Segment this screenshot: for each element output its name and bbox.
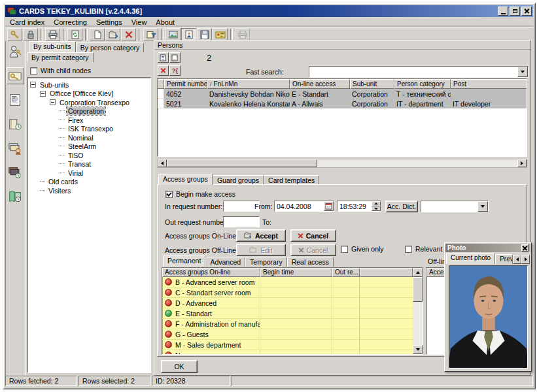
person-row[interactable]: 4052Danishevsky Bohdan NikolaevichE - St… <box>158 89 527 99</box>
access-group-row[interactable]: F - Administration of manufa... <box>162 319 413 329</box>
column-header-permit-number[interactable]: Permit number <box>164 79 207 89</box>
relevant-only-checkbox[interactable] <box>405 246 412 253</box>
scrollbar-thumb[interactable] <box>413 277 423 302</box>
scroll-down-button[interactable] <box>413 345 423 354</box>
column-header-post[interactable]: Post <box>451 79 527 89</box>
collapse-icon[interactable] <box>50 99 56 105</box>
access-group-row[interactable]: D - Advanced <box>162 298 413 308</box>
begin-make-access-option[interactable]: Begin make access <box>165 190 235 198</box>
column-header-out-re[interactable]: Out re... <box>332 268 360 277</box>
notebook-clock-button[interactable] <box>7 116 24 133</box>
tab-card-templates[interactable]: Card templates <box>264 175 319 185</box>
tree-node-isk-transexpo[interactable]: ISK Transexpo <box>27 125 150 134</box>
id-badge-button[interactable] <box>7 91 24 108</box>
with-child-nodes-checkbox[interactable] <box>30 67 37 74</box>
tab-guard-groups[interactable]: Guard groups <box>213 175 264 185</box>
tab-advanced[interactable]: Advanced <box>205 257 245 267</box>
scroll-up-button[interactable] <box>413 268 423 277</box>
column-header-access-groups-on-line[interactable]: Access groups On-line <box>162 268 260 277</box>
access-group-row[interactable]: G - Guests <box>162 329 413 340</box>
column-header-person-category[interactable]: Person category <box>394 79 451 89</box>
person-row[interactable]: 5021Kovalenko Helena Konstantinov...A - … <box>158 99 527 108</box>
time-input[interactable] <box>338 201 372 211</box>
filter-folder-button[interactable] <box>143 28 158 41</box>
new-card-button[interactable] <box>90 28 105 41</box>
clear-filter-button[interactable] <box>158 65 169 76</box>
tree-node-corporation[interactable]: Corporation <box>27 107 150 116</box>
tab-temporary[interactable]: Temporary <box>245 257 287 267</box>
cancel-online-button[interactable]: Cancel <box>290 229 336 242</box>
in-request-input[interactable] <box>224 201 259 211</box>
from-date-input[interactable] <box>275 201 324 211</box>
scrollbar-thumb[interactable] <box>167 159 317 167</box>
date-picker-button[interactable] <box>324 201 334 211</box>
tree-node-steelarm[interactable]: SteelArm <box>27 142 150 152</box>
access-group-row[interactable]: C - Standart server room <box>162 287 413 298</box>
menu-view[interactable]: View <box>127 18 152 27</box>
tree-node-tiso[interactable]: TiSO <box>27 151 150 160</box>
tree-node-virial[interactable]: Virial <box>27 169 150 178</box>
collapse-icon[interactable] <box>30 82 36 88</box>
mark-rows-button[interactable] <box>158 52 169 63</box>
access-group-row[interactable]: M - Sales department <box>162 340 413 350</box>
access-group-row[interactable]: B - Advanced server room <box>162 277 413 287</box>
menu-card-index[interactable]: Card index <box>5 18 49 27</box>
unmark-rows-button[interactable] <box>169 52 181 63</box>
ok-button[interactable]: OK <box>161 360 198 373</box>
save-card-button[interactable] <box>197 28 212 41</box>
tab-by-permit-category[interactable]: By permit category <box>27 52 94 62</box>
book-clock-button[interactable] <box>7 188 24 205</box>
fast-search-input[interactable] <box>309 67 517 77</box>
access-groups-scrollbar[interactable] <box>413 268 423 354</box>
tree-node-officce-officce-kiev[interactable]: Officce [Officce Kiev] <box>27 90 150 99</box>
tab-access-groups[interactable]: Access groups <box>158 174 213 185</box>
scroll-left-button[interactable] <box>158 159 167 167</box>
lock-button[interactable] <box>23 28 38 41</box>
fast-search-dropdown-button[interactable] <box>517 67 528 77</box>
acc-dict-button[interactable]: Acc. Dict. <box>385 201 418 212</box>
menu-about[interactable]: About <box>151 18 179 27</box>
edit-button[interactable]: Edit <box>236 244 286 256</box>
given-only-checkbox[interactable] <box>341 246 348 253</box>
acc-dict-combo-input[interactable] <box>421 201 477 212</box>
with-child-nodes-option[interactable]: With child nodes <box>30 67 91 74</box>
accept-button[interactable]: Accept <box>236 229 286 242</box>
filter-builder-button[interactable]: ?{ <box>169 65 181 76</box>
scrollbar-track[interactable] <box>167 159 517 167</box>
tab-previous[interactable]: Previous <box>495 254 513 264</box>
access-group-row[interactable]: Never <box>162 350 413 355</box>
archive-cards-button[interactable] <box>7 164 24 181</box>
tree-node-visiters[interactable]: Visiters <box>27 186 150 195</box>
column-header-sub-unit[interactable]: Sub-unit <box>350 79 394 89</box>
person-keys-button[interactable] <box>7 43 24 60</box>
tab-by-sub-units[interactable]: By sub-units <box>29 41 76 52</box>
tree-node-old-cards[interactable]: Old cards <box>27 178 150 187</box>
tabs-scroll-left-button[interactable] <box>513 255 521 264</box>
scrollbar-track[interactable] <box>413 277 423 345</box>
cards-person-button[interactable] <box>7 140 24 157</box>
tab-current-photo[interactable]: Current photo <box>446 253 495 264</box>
tree-node-corporation-transexpo[interactable]: Corporation Transexpo <box>27 98 150 107</box>
time-up-button[interactable] <box>372 201 381 206</box>
column-header-on-line-access[interactable]: On-line access <box>290 79 350 89</box>
column-header-fnlnmn[interactable]: /FnLnMn <box>207 79 290 89</box>
edit-card-button[interactable] <box>105 28 120 41</box>
time-down-button[interactable] <box>372 206 381 212</box>
out-request-input[interactable] <box>224 217 259 227</box>
tree-node-nominal[interactable]: Nominal <box>27 133 150 142</box>
keys-button[interactable] <box>7 28 22 41</box>
access-group-row[interactable]: E - Standart <box>162 308 413 319</box>
tabs-scroll-right-button[interactable] <box>521 255 530 264</box>
begin-make-access-checkbox[interactable] <box>165 191 173 198</box>
column-header-begin-time[interactable]: Begin time <box>260 268 332 277</box>
badge-button[interactable] <box>213 28 228 41</box>
minimize-button[interactable] <box>498 7 508 16</box>
printer-button[interactable] <box>45 28 60 41</box>
image-button[interactable] <box>165 28 181 41</box>
tab-permanent[interactable]: Permanent <box>163 255 205 267</box>
given-only-option[interactable]: Given only <box>341 245 384 253</box>
collapse-icon[interactable] <box>40 91 46 97</box>
photo-button[interactable] <box>181 28 196 41</box>
delete-button[interactable] <box>121 28 136 41</box>
key-card-button[interactable] <box>7 67 24 84</box>
